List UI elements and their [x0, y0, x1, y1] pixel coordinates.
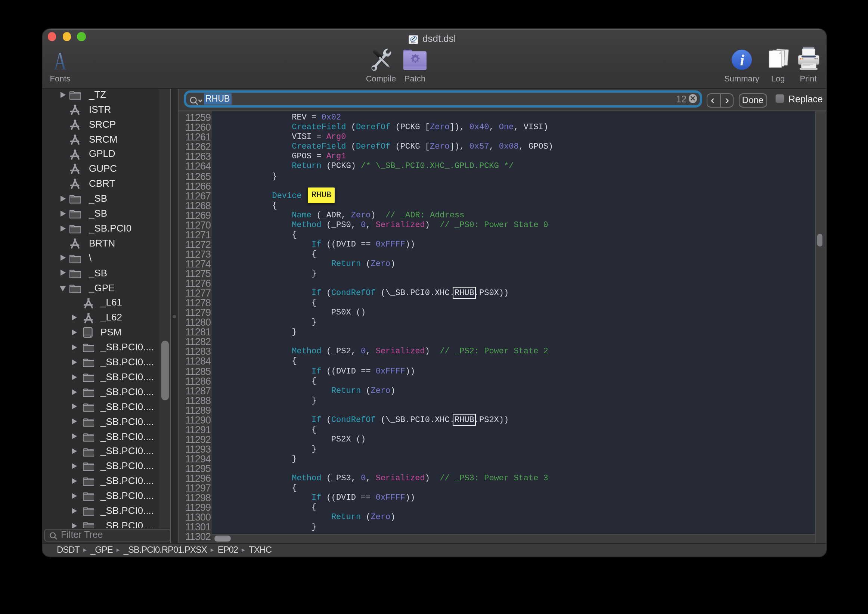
svg-text:DSL: DSL — [411, 40, 416, 43]
svg-text:i: i — [740, 51, 744, 69]
svg-text:A: A — [53, 50, 66, 71]
